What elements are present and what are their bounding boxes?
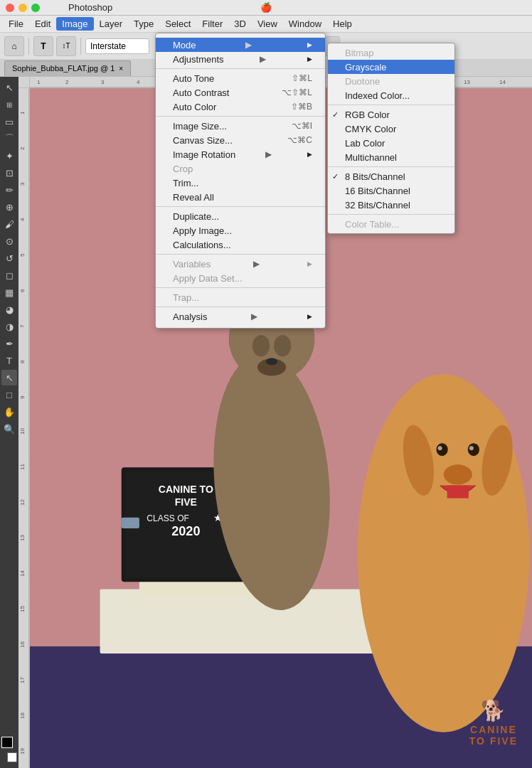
trim-item[interactable]: Trim...: [156, 176, 325, 190]
reveal-all-item[interactable]: Reveal All: [156, 190, 325, 204]
auto-color-shortcut: ⇧⌘B: [291, 102, 312, 112]
gradient-tool[interactable]: ▦: [1, 284, 17, 300]
indexed-color-mode-item[interactable]: Indexed Color...: [328, 88, 454, 102]
lasso-tool[interactable]: ⌒: [1, 131, 17, 146]
maximize-button[interactable]: [31, 4, 40, 12]
svg-text:3: 3: [101, 79, 105, 85]
artboard-tool[interactable]: ⊞: [1, 97, 17, 112]
menu-filter[interactable]: Filter: [196, 17, 228, 31]
home-button[interactable]: ⌂: [4, 36, 24, 56]
svg-point-66: [467, 443, 479, 456]
cmyk-color-mode-item[interactable]: CMYK Color: [328, 122, 454, 136]
text-tool-button[interactable]: T: [33, 36, 53, 56]
16bit-label: 16 Bits/Channel: [345, 186, 410, 196]
tab-close-icon[interactable]: ×: [119, 65, 123, 73]
analysis-item[interactable]: Analysis ▶: [156, 309, 325, 324]
text-orientation[interactable]: ↕T: [56, 36, 76, 56]
adjustments-menu-item[interactable]: Adjustments ▶: [156, 52, 325, 66]
menu-section-4: Duplicate... Apply Image... Calculations…: [156, 207, 325, 255]
indexed-color-label: Indexed Color...: [345, 90, 410, 101]
menu-section-5: Variables ▶ Apply Data Set...: [156, 255, 325, 288]
bitmap-mode-item: Bitmap: [328, 46, 454, 60]
minimize-button[interactable]: [18, 4, 27, 12]
image-rotation-item[interactable]: Image Rotation ▶: [156, 147, 325, 161]
pen-tool[interactable]: ✒: [1, 336, 17, 351]
svg-point-67: [437, 446, 442, 450]
svg-text:2: 2: [19, 146, 26, 150]
auto-tone-label: Auto Tone: [173, 73, 214, 84]
canvas-size-item[interactable]: Canvas Size... ⌥⌘C: [156, 133, 325, 147]
wand-tool[interactable]: ✦: [1, 148, 17, 164]
apply-image-item[interactable]: Apply Image...: [156, 223, 325, 238]
selection-tool[interactable]: ↖: [1, 370, 17, 385]
blur-tool[interactable]: ◕: [1, 302, 17, 317]
image-size-item[interactable]: Image Size... ⌥⌘I: [156, 119, 325, 133]
duplicate-label: Duplicate...: [173, 211, 219, 222]
color-table-mode-item: Color Table...: [328, 217, 454, 231]
svg-text:19: 19: [19, 748, 26, 754]
text-tool[interactable]: T: [1, 353, 17, 368]
mode-label: Mode: [173, 40, 196, 50]
menu-edit[interactable]: Edit: [29, 17, 56, 31]
divider: [28, 38, 29, 55]
svg-text:16: 16: [19, 641, 26, 648]
calculations-label: Calculations...: [173, 240, 231, 250]
eraser-tool[interactable]: ◻: [1, 267, 17, 283]
duotone-label: Duotone: [345, 76, 380, 87]
divider: [80, 38, 81, 55]
eyedropper-tool[interactable]: ✏: [1, 182, 17, 198]
menu-3d[interactable]: 3D: [228, 17, 252, 31]
dodge-tool[interactable]: ◑: [1, 319, 17, 334]
zoom-tool[interactable]: 🔍: [1, 421, 17, 437]
duplicate-item[interactable]: Duplicate...: [156, 209, 325, 223]
background-color[interactable]: [7, 752, 17, 762]
marquee-tool[interactable]: ▭: [1, 114, 17, 129]
document-tab[interactable]: Sophie_Bubba_FLAT.jpg @ 1 ×: [4, 60, 131, 76]
window-controls[interactable]: [6, 4, 40, 12]
crop-label: Crop: [173, 164, 193, 174]
auto-contrast-label: Auto Contrast: [173, 87, 230, 98]
calculations-item[interactable]: Calculations...: [156, 238, 325, 252]
lab-color-mode-item[interactable]: Lab Color: [328, 136, 454, 150]
32bit-label: 32 Bits/Channel: [345, 200, 410, 210]
auto-color-item[interactable]: Auto Color ⇧⌘B: [156, 100, 325, 114]
crop-tool[interactable]: ⊡: [1, 165, 17, 181]
16bit-mode-item[interactable]: 16 Bits/Channel: [328, 183, 454, 198]
close-button[interactable]: [6, 4, 14, 12]
font-family-input[interactable]: [85, 38, 149, 54]
canvas-size-label: Canvas Size...: [173, 135, 233, 146]
menu-select[interactable]: Select: [159, 17, 196, 31]
healing-tool[interactable]: ⊕: [1, 199, 17, 215]
trap-item: Trap...: [156, 290, 325, 304]
grayscale-mode-item[interactable]: Grayscale: [328, 60, 454, 74]
variables-arrow: ▶: [253, 259, 260, 269]
svg-text:17: 17: [19, 677, 26, 683]
menu-layer[interactable]: Layer: [94, 17, 129, 31]
history-tool[interactable]: ↺: [1, 250, 17, 266]
move-tool[interactable]: ↖: [1, 80, 17, 95]
mode-menu-item[interactable]: Mode ▶: [156, 38, 325, 52]
32bit-mode-item[interactable]: 32 Bits/Channel: [328, 198, 454, 212]
svg-text:14: 14: [499, 79, 506, 85]
clone-tool[interactable]: ⊙: [1, 233, 17, 249]
svg-text:CLASS OF: CLASS OF: [147, 513, 189, 523]
menu-view[interactable]: View: [252, 17, 283, 31]
foreground-color[interactable]: [1, 737, 13, 748]
auto-contrast-shortcut: ⌥⇧⌘L: [282, 87, 312, 97]
menu-file[interactable]: File: [3, 17, 29, 31]
auto-color-label: Auto Color: [173, 102, 216, 112]
menu-type[interactable]: Type: [128, 17, 159, 31]
rgb-color-mode-item[interactable]: ✓ RGB Color: [328, 107, 454, 122]
8bit-mode-item[interactable]: ✓ 8 Bits/Channel: [328, 169, 454, 183]
auto-contrast-item[interactable]: Auto Contrast ⌥⇧⌘L: [156, 85, 325, 100]
multichannel-mode-item[interactable]: Multichannel: [328, 150, 454, 164]
auto-tone-item[interactable]: Auto Tone ⇧⌘L: [156, 71, 325, 85]
brush-tool[interactable]: 🖌: [1, 216, 17, 232]
shape-tool[interactable]: □: [1, 387, 17, 402]
hand-tool[interactable]: ✋: [1, 404, 17, 420]
menu-image[interactable]: Image: [56, 17, 93, 31]
svg-text:6: 6: [19, 289, 26, 292]
adjustments-label: Adjustments: [173, 54, 224, 65]
menu-help[interactable]: Help: [327, 17, 358, 31]
menu-window[interactable]: Window: [283, 17, 327, 31]
